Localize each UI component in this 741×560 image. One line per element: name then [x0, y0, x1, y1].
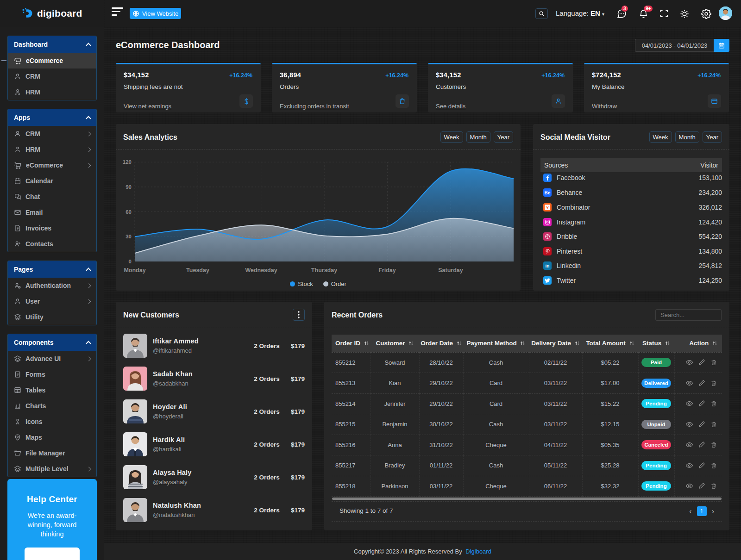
svg-text:Monday: Monday: [124, 267, 145, 274]
svg-text:Y: Y: [546, 205, 549, 210]
svg-text:Tuesday: Tuesday: [186, 267, 209, 274]
svg-text:30: 30: [126, 234, 132, 239]
svg-text:60: 60: [126, 209, 132, 215]
svg-text:Thursday: Thursday: [311, 267, 337, 274]
svg-text:Wednesday: Wednesday: [245, 267, 277, 274]
svg-text:Saturday: Saturday: [438, 267, 463, 274]
svg-text:Friday: Friday: [378, 267, 396, 274]
svg-text:0: 0: [129, 259, 132, 264]
svg-text:90: 90: [126, 184, 132, 190]
svg-text:120: 120: [123, 159, 132, 165]
